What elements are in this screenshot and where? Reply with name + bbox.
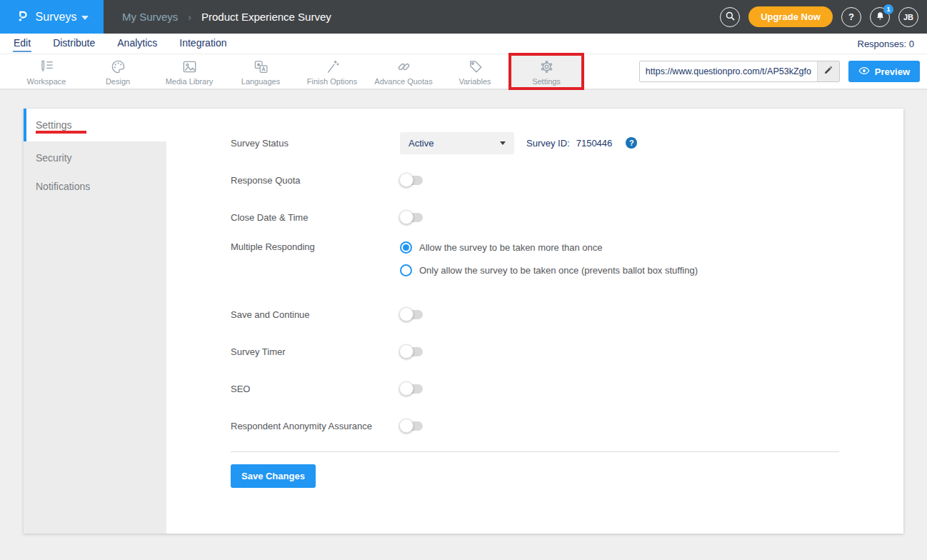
toolbar-item-label: Settings [532,77,561,86]
seo-row: SEO [231,370,903,407]
radio-option-multiple[interactable]: Allow the survey to be taken more than o… [400,236,698,259]
close-date-toggle[interactable] [401,213,423,222]
response-quota-toggle[interactable] [401,176,423,185]
palette-icon [110,59,126,75]
settings-sidebar: Settings Security Notifications [24,109,166,534]
responses-count: Responses: 0 [858,39,915,49]
survey-url-input[interactable] [640,61,817,81]
radio-option-label: Only allow the survey to be taken once (… [419,265,698,276]
toolbar-item-advance-quotas[interactable]: Advance Quotas [368,54,439,89]
seo-label: SEO [231,384,400,394]
response-quota-label: Response Quota [231,175,400,186]
tab-integration[interactable]: Integration [179,35,227,52]
pencil-icon [823,65,833,78]
notification-badge: 1 [883,4,893,14]
translate-icon [253,59,269,75]
settings-panel: Settings Security Notifications Survey S… [24,109,903,534]
survey-status-value: Active [409,138,500,149]
toolbar-item-workspace[interactable]: Workspace [11,54,82,89]
sidebar-item-label: Notifications [36,181,90,192]
nav-tabs: Edit Distribute Analytics Integration [13,35,858,52]
toolbar-item-label: Languages [241,77,280,86]
breadcrumb-my-surveys[interactable]: My Surveys [122,11,178,23]
survey-id-label: Survey ID: [526,138,570,149]
radio-unselected-icon[interactable] [400,264,412,276]
toggle-knob [399,173,414,187]
edit-url-button[interactable] [817,61,839,81]
toolbar-item-design[interactable]: Design [82,54,154,89]
toolbar-right: Preview [639,54,927,89]
radio-selected-icon[interactable] [400,241,412,254]
tab-distribute[interactable]: Distribute [52,35,96,52]
notifications-button[interactable]: 1 [870,7,890,27]
settings-active-underline [36,131,86,134]
anonymity-row: Respondent Anonymity Assurance [231,407,903,444]
response-quota-row: Response Quota [231,161,903,199]
toggle-knob [399,307,414,321]
preview-button[interactable]: Preview [848,61,920,82]
survey-timer-toggle[interactable] [401,347,423,356]
content-divider [231,451,839,452]
upgrade-now-button[interactable]: Upgrade Now [748,6,833,27]
questionpro-logo-icon [15,8,31,26]
radio-option-label: Allow the survey to be taken more than o… [419,242,603,253]
question-mark-icon: ? [848,11,854,22]
survey-timer-label: Survey Timer [231,346,400,357]
toggle-knob [399,381,414,396]
help-button[interactable]: ? [841,7,861,27]
breadcrumb-separator: › [188,11,191,23]
save-continue-toggle[interactable] [401,310,423,319]
eye-icon [858,66,870,77]
product-switcher[interactable]: Surveys [0,0,104,34]
tag-icon [467,59,483,75]
settings-content: Survey Status Active Survey ID: 7150446 … [166,109,903,534]
toggle-knob [399,419,414,433]
sidebar-group: Security Notifications [24,141,166,534]
seo-toggle[interactable] [401,384,423,394]
preview-label: Preview [875,66,910,77]
toolbar-item-languages[interactable]: Languages [225,54,296,89]
header-actions: Upgrade Now ? 1 JB [720,0,927,34]
toolbar-item-media-library[interactable]: Media Library [154,54,225,89]
toolbar-item-label: Finish Options [307,77,357,86]
survey-status-select[interactable]: Active [400,132,514,154]
magic-wand-icon [324,59,341,75]
survey-timer-row: Survey Timer [231,333,903,370]
multiple-responding-row: Multiple Responding Allow the survey to … [231,236,903,296]
avatar[interactable]: JB [898,7,918,27]
survey-id-help-icon[interactable]: ? [626,137,637,149]
sidebar-item-security[interactable]: Security [24,144,166,172]
toolbar-item-variables[interactable]: Variables [439,54,511,89]
close-date-row: Close Date & Time [231,199,903,236]
image-icon [181,59,198,75]
section-nav: Edit Distribute Analytics Integration Re… [0,34,927,54]
toolbar-item-label: Advance Quotas [374,77,432,86]
bell-icon [875,11,886,24]
radio-option-once[interactable]: Only allow the survey to be taken once (… [400,259,698,281]
toolbar-item-finish-options[interactable]: Finish Options [296,54,368,89]
anonymity-label: Respondent Anonymity Assurance [231,421,400,431]
sidebar-item-notifications[interactable]: Notifications [24,172,166,201]
edit-toolbar: Workspace Design Media Library [0,54,927,90]
workspace-icon [39,59,55,75]
close-date-label: Close Date & Time [231,212,400,223]
sidebar-item-label: Settings [36,119,72,131]
chain-links-icon [396,59,412,75]
toolbar-item-label: Workspace [27,77,66,86]
toggle-knob [399,210,414,224]
survey-id-value: 7150446 [576,138,613,149]
toolbar-item-label: Design [106,77,130,86]
sidebar-item-settings[interactable]: Settings [24,109,166,141]
toolbar-item-label: Variables [459,77,491,86]
search-button[interactable] [720,7,740,27]
tab-edit[interactable]: Edit [13,35,31,52]
anonymity-toggle[interactable] [401,421,423,431]
toolbar-item-settings[interactable]: Settings [511,54,582,89]
search-icon [725,11,736,24]
breadcrumb: My Surveys › Product Experience Survey [104,0,720,34]
tab-analytics[interactable]: Analytics [116,35,158,52]
product-name: Surveys [36,11,77,24]
survey-status-label: Survey Status [231,138,400,149]
save-changes-button[interactable]: Save Changes [231,464,316,488]
page-title: Product Experience Survey [201,11,331,23]
